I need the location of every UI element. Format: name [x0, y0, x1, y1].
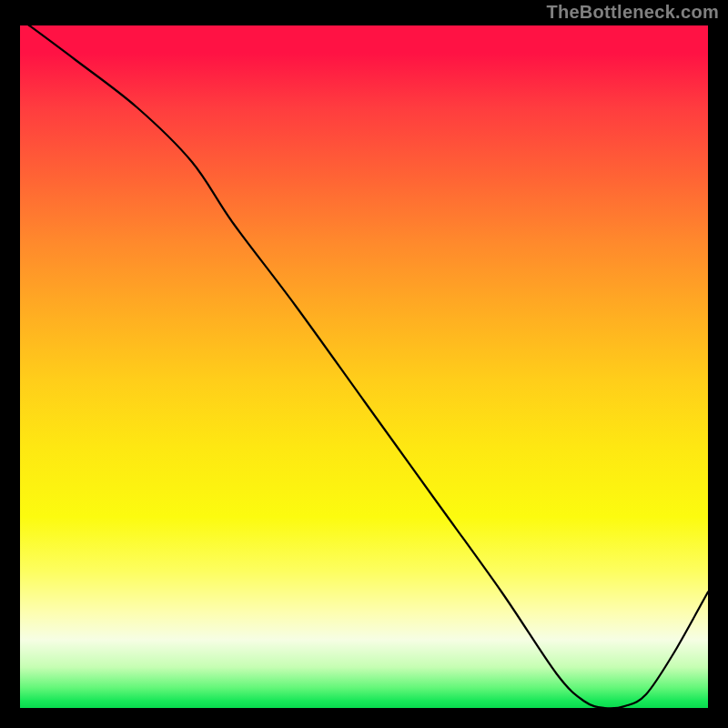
chart-curve: [20, 25, 708, 708]
source-attribution: TheBottleneck.com: [546, 2, 719, 23]
chart-plot-area: [20, 25, 708, 708]
